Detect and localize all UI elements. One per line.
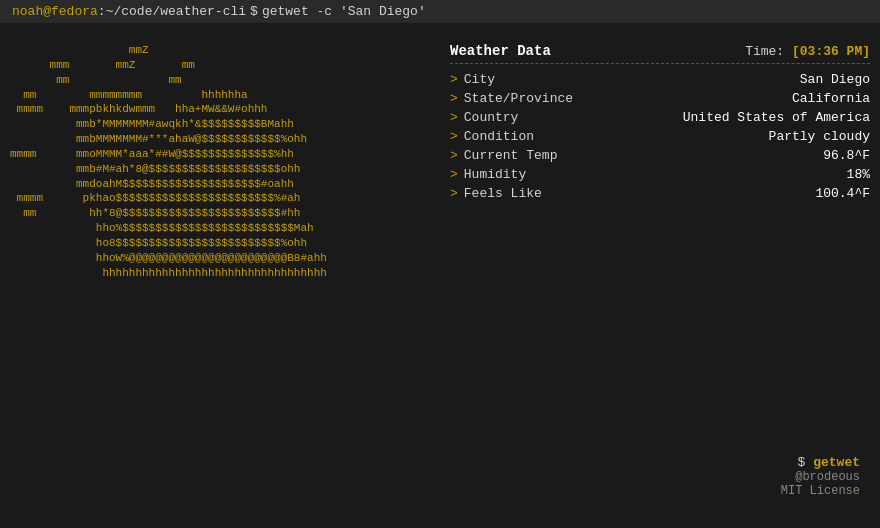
- terminal: noah@fedora :~/code/weather-cli $ getwet…: [0, 0, 880, 528]
- weather-row: > City San Diego: [450, 72, 870, 87]
- divider: [450, 63, 870, 64]
- row-label: City: [464, 72, 644, 87]
- row-value: 100.4^F: [644, 186, 870, 201]
- footer-line2: @brodeous: [781, 470, 860, 484]
- weather-panel: Weather Data Time: [03:36 PM] > City San…: [440, 43, 870, 281]
- footer-line3: MIT License: [781, 484, 860, 498]
- footer-command: getwet: [813, 455, 860, 470]
- prompt-user: noah@fedora: [12, 4, 98, 19]
- prompt-dollar: $: [250, 4, 258, 19]
- row-arrow: >: [450, 72, 458, 87]
- row-arrow: >: [450, 129, 458, 144]
- weather-row: > Condition Partly cloudy: [450, 129, 870, 144]
- row-label: Current Temp: [464, 148, 644, 163]
- row-label: State/Province: [464, 91, 644, 106]
- row-value: Partly cloudy: [644, 129, 870, 144]
- weather-row: > Current Temp 96.8^F: [450, 148, 870, 163]
- main-content: mmZ mmm mmZ mm mm mm mm mmmmmmmm hhhhhha…: [0, 23, 880, 291]
- row-value: San Diego: [644, 72, 870, 87]
- row-arrow: >: [450, 148, 458, 163]
- row-arrow: >: [450, 186, 458, 201]
- row-arrow: >: [450, 91, 458, 106]
- footer-dollar: $: [798, 455, 806, 470]
- weather-time-value: [03:36 PM]: [792, 44, 870, 59]
- footer-getwet-line: $ getwet: [781, 455, 860, 470]
- row-arrow: >: [450, 110, 458, 125]
- prompt-path: :~/code/weather-cli: [98, 4, 246, 19]
- row-value: 18%: [644, 167, 870, 182]
- weather-title: Weather Data: [450, 43, 551, 59]
- weather-time: Time: [03:36 PM]: [745, 44, 870, 59]
- prompt-command: getwet -c 'San Diego': [262, 4, 426, 19]
- ascii-art: mmZ mmm mmZ mm mm mm mm mmmmmmmm hhhhhha…: [10, 43, 440, 281]
- footer: $ getwet @brodeous MIT License: [781, 455, 860, 498]
- weather-row: > Country United States of America: [450, 110, 870, 125]
- weather-row: > Humidity 18%: [450, 167, 870, 182]
- weather-time-label: Time:: [745, 44, 784, 59]
- top-bar: noah@fedora :~/code/weather-cli $ getwet…: [0, 0, 880, 23]
- row-value: United States of America: [644, 110, 870, 125]
- row-value: 96.8^F: [644, 148, 870, 163]
- weather-row: > State/Province California: [450, 91, 870, 106]
- row-arrow: >: [450, 167, 458, 182]
- row-label: Humidity: [464, 167, 644, 182]
- weather-rows: > City San Diego > State/Province Califo…: [450, 72, 870, 201]
- row-value: California: [644, 91, 870, 106]
- row-label: Feels Like: [464, 186, 644, 201]
- row-label: Country: [464, 110, 644, 125]
- row-label: Condition: [464, 129, 644, 144]
- weather-header: Weather Data Time: [03:36 PM]: [450, 43, 870, 59]
- weather-row: > Feels Like 100.4^F: [450, 186, 870, 201]
